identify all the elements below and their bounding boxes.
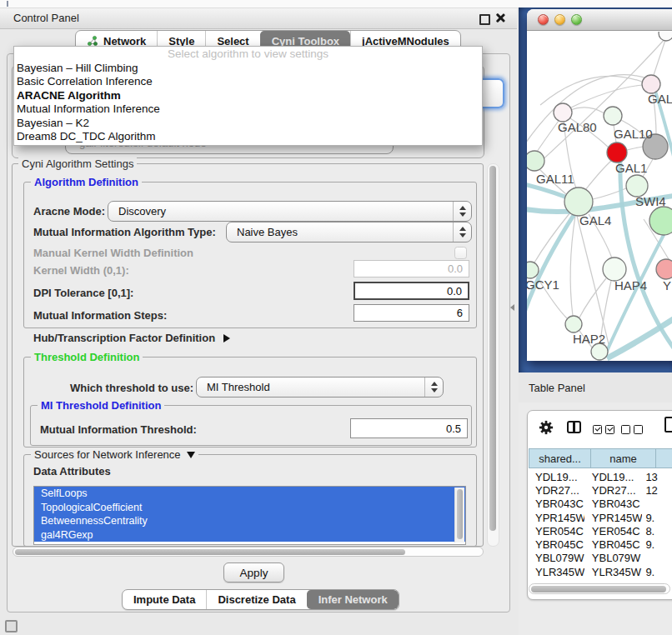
network-node-hap4[interactable] (603, 258, 626, 281)
network-node-gal7[interactable] (642, 75, 660, 93)
network-node-gal1[interactable] (607, 142, 627, 162)
table-row[interactable]: YER054CYER054C8. (529, 524, 672, 538)
table-cell: YLR345W (584, 566, 643, 578)
aracne-mode-combobox[interactable]: Discovery (108, 201, 472, 222)
manual-kernel-width-checkbox[interactable] (454, 247, 467, 259)
network-edge-highlighted[interactable] (607, 313, 672, 358)
scrollbar-thumb[interactable] (531, 586, 666, 592)
algorithm-option-mutual-information-inference[interactable]: Mutual Information Inference (14, 102, 482, 116)
column-header-name[interactable]: name (591, 448, 656, 468)
network-edge[interactable] (570, 216, 575, 316)
close-icon[interactable] (494, 12, 505, 23)
attribute-betweennesscentrality[interactable]: BetweennessCentrality (34, 514, 465, 528)
gear-icon[interactable] (539, 420, 554, 435)
algorithm-option-dream8-dc-tdc-algorithm[interactable]: Dream8 DC_TDC Algorithm (14, 130, 482, 143)
minimize-traffic-light-icon[interactable] (554, 14, 565, 25)
algorithm-option-basic-correlation-inference[interactable]: Basic Correlation Inference (14, 75, 482, 88)
mi-steps-input[interactable]: 6 (354, 304, 469, 322)
clear-checkboxes-icon[interactable] (621, 425, 643, 434)
network-edge[interactable] (540, 76, 642, 105)
table-row[interactable]: YBR043CYBR043C (529, 498, 672, 511)
network-node-hap2[interactable] (565, 316, 582, 332)
network-node[interactable] (659, 32, 672, 41)
collapse-arrow-icon[interactable] (187, 452, 195, 458)
which-threshold-combobox[interactable]: MI Threshold (196, 377, 444, 398)
network-node-y[interactable] (656, 259, 672, 279)
network-edge[interactable] (585, 161, 611, 190)
network-edge-highlighted[interactable] (604, 232, 665, 358)
table-cell: YER054C (529, 525, 584, 538)
algorithm-option-aracne-algorithm[interactable]: ARACNE Algorithm (14, 89, 482, 102)
table-row[interactable]: YIL052CYIL052C9. (529, 578, 672, 582)
table-row[interactable]: YLR345WYLR345W9. (529, 565, 672, 578)
network-node-gal4[interactable] (564, 188, 593, 216)
table-cell: YBR045C (584, 538, 643, 551)
network-node-gal10[interactable] (604, 107, 622, 125)
document-icon[interactable] (664, 417, 672, 432)
network-node[interactable] (591, 343, 608, 360)
network-node-gal80[interactable] (554, 103, 572, 122)
network-node-gcy1[interactable] (527, 262, 539, 278)
network-view-window[interactable]: GAL7GAL80GAL10GAL1GAL11SWI4GAL4GCY1HAP4Y… (527, 9, 672, 361)
algorithm-option-bayesian-hill-climbing[interactable]: Bayesian – Hill Climbing (14, 62, 482, 75)
network-edge[interactable] (571, 85, 642, 108)
table-row[interactable]: YBR045CYBR045C9. (529, 538, 672, 551)
network-canvas[interactable]: GAL7GAL80GAL10GAL1GAL11SWI4GAL4GCY1HAP4Y… (527, 32, 672, 361)
apply-button[interactable]: Apply (223, 562, 284, 582)
network-window-titlebar[interactable] (527, 9, 672, 31)
scrollbar-thumb[interactable] (489, 166, 496, 531)
table-row[interactable]: YBL079WYBL079W (529, 552, 672, 565)
table-cell: YBL079W (529, 552, 584, 564)
table-cell: YDR27... (584, 484, 643, 497)
splitter-collapse-icon[interactable] (510, 304, 514, 311)
table-horizontal-scrollbar[interactable] (529, 583, 670, 594)
table-row[interactable]: YDR27...YDR27...12 (529, 483, 672, 497)
algorithm-option-bayesian-k2[interactable]: Bayesian – K2 (14, 117, 482, 130)
split-columns-icon[interactable] (567, 421, 581, 433)
dock-window-icon[interactable] (5, 620, 18, 632)
sources-label[interactable]: Sources for Network Inference (31, 448, 198, 461)
table-row[interactable]: YPR145WYPR145W9. (529, 511, 672, 524)
table-cell: YBR043C (584, 498, 643, 510)
zoom-traffic-light-icon[interactable] (571, 14, 582, 25)
table-cell: YBR043C (529, 498, 584, 510)
close-traffic-light-icon[interactable] (538, 14, 549, 25)
network-edge[interactable] (579, 278, 606, 318)
network-edge[interactable] (570, 108, 604, 113)
table-row[interactable]: YDL19...YDL19...13 (529, 470, 672, 483)
network-edge[interactable] (537, 121, 559, 152)
float-window-icon[interactable] (479, 14, 490, 25)
list-vertical-scrollbar[interactable] (454, 488, 464, 542)
aracne-mode-label: Aracne Mode: (33, 205, 105, 218)
network-icon (87, 35, 98, 47)
dpi-tolerance-input[interactable]: 0.0 (354, 282, 469, 300)
attribute-selfloops[interactable]: SelfLoops (34, 487, 465, 501)
settings-vertical-scrollbar[interactable] (487, 163, 499, 547)
column-header-shared[interactable]: shared... (529, 448, 591, 468)
attribute-topologicalcoefficient[interactable]: TopologicalCoefficient (34, 501, 465, 515)
select-all-checkboxes-icon[interactable] (593, 425, 614, 434)
hub-transcription-factor-section[interactable]: Hub/Transcription Factor Definition (33, 332, 230, 344)
algorithm-dropdown-placeholder: Select algorithm to view settings (14, 47, 482, 62)
tab-impute-data[interactable]: Impute Data (123, 590, 206, 609)
network-node-gal11[interactable] (527, 151, 544, 171)
mi-algorithm-type-combobox[interactable]: Naive Bayes (226, 222, 472, 242)
tab-label: Infer Network (318, 593, 388, 606)
mi-threshold-input[interactable]: 0.5 (350, 418, 468, 438)
expand-arrow-icon[interactable] (223, 334, 230, 342)
data-attributes-list[interactable]: SelfLoopsTopologicalCoefficientBetweenne… (33, 486, 466, 545)
settings-horizontal-scrollbar[interactable] (13, 547, 484, 557)
network-node-label: GAL10 (614, 127, 653, 141)
column-header-extra[interactable] (656, 448, 672, 468)
attribute-gal4rgexp[interactable]: gal4RGexp (34, 528, 465, 542)
network-edge[interactable] (627, 147, 643, 150)
mi-threshold-definition-label: MI Threshold Definition (38, 399, 164, 412)
scrollbar-thumb[interactable] (457, 489, 463, 539)
network-node[interactable] (649, 207, 672, 235)
scrollbar-thumb[interactable] (15, 549, 405, 555)
algorithm-definition-label: Algorithm Definition (31, 176, 142, 188)
tab-discretize-data[interactable]: Discretize Data (206, 590, 306, 609)
network-node-label: GAL11 (536, 172, 574, 186)
kernel-width-input[interactable]: 0.0 (354, 260, 469, 278)
tab-infer-network[interactable]: Infer Network (307, 590, 399, 609)
